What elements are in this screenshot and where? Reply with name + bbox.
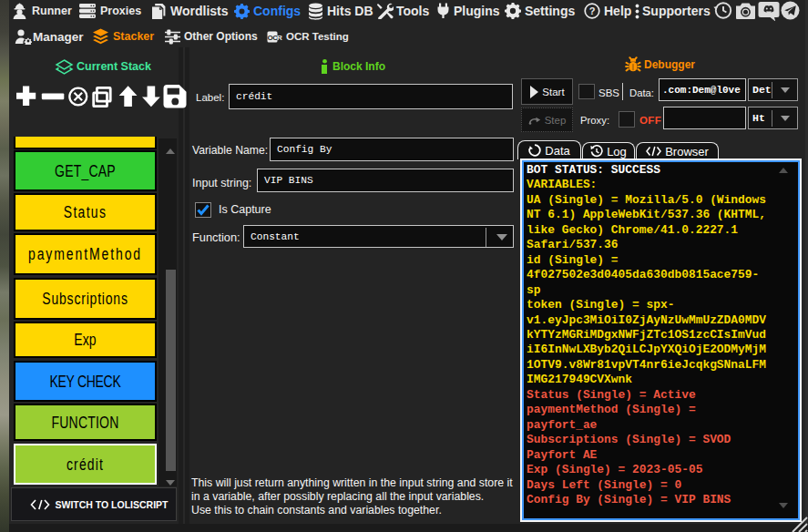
svg-text:?: ? bbox=[589, 5, 596, 16]
svg-text:R: R bbox=[277, 33, 282, 41]
